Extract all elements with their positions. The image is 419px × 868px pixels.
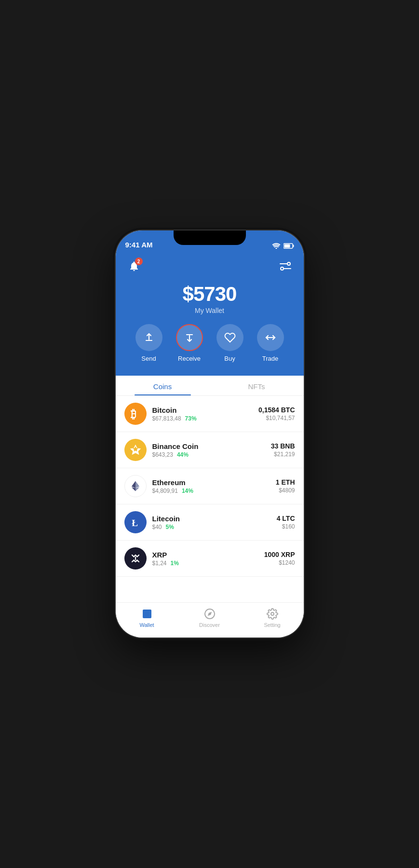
bnb-name: Binance Coin [152, 442, 271, 450]
discover-nav-label: Discover [199, 622, 220, 628]
buy-label: Buy [224, 355, 235, 362]
ltc-value: $160 [277, 523, 295, 530]
send-label: Send [141, 355, 156, 362]
trade-icon [265, 332, 276, 343]
btc-balance: 0,1584 BTC $10,741,57 [258, 406, 295, 421]
wifi-icon [272, 243, 281, 249]
trade-circle [257, 324, 284, 351]
bnb-change: 44% [177, 451, 189, 458]
buy-circle [216, 324, 243, 351]
svg-rect-2 [284, 244, 290, 247]
xrp-price: $1,24 [152, 560, 167, 567]
svg-marker-19 [207, 612, 211, 616]
bnb-value: $21,219 [271, 451, 295, 458]
send-circle [135, 324, 162, 351]
receive-action[interactable]: Receive [176, 324, 203, 362]
notification-button[interactable]: 2 [125, 258, 143, 275]
filter-icon [279, 261, 292, 271]
svg-point-6 [281, 267, 284, 270]
btc-change: 73% [185, 415, 197, 422]
svg-marker-14 [135, 487, 139, 491]
ltc-price: $40 [152, 524, 162, 530]
svg-text:₿: ₿ [130, 408, 136, 420]
svg-point-20 [271, 612, 274, 615]
coin-item-btc[interactable]: ₿ Bitcoin $67,813,48 73% 0,1584 BTC $10,… [116, 396, 304, 432]
coin-item-xrp[interactable]: XRP $1,24 1% 1000 XRP $1240 [116, 541, 304, 577]
status-icons [272, 243, 294, 249]
bnb-price-row: $643,23 44% [152, 451, 271, 458]
eth-info: Ethereum $4,809,91 14% [152, 478, 276, 494]
tab-coins[interactable]: Coins [116, 376, 210, 395]
setting-nav-icon [266, 608, 279, 620]
notification-badge: 2 [135, 258, 143, 265]
xrp-info: XRP $1,24 1% [152, 551, 264, 567]
xrp-name: XRP [152, 551, 264, 559]
eth-price: $4,809,91 [152, 488, 178, 494]
xrp-price-row: $1,24 1% [152, 560, 264, 567]
eth-logo [124, 475, 147, 497]
notch [174, 231, 246, 245]
bnb-info: Binance Coin $643,23 44% [152, 442, 271, 458]
btc-price: $67,813,48 [152, 415, 181, 422]
buy-action[interactable]: Buy [216, 324, 243, 362]
svg-rect-1 [293, 244, 294, 247]
xrp-balance: 1000 XRP $1240 [264, 551, 295, 566]
nav-wallet[interactable]: Wallet [116, 608, 178, 628]
setting-nav-label: Setting [264, 622, 280, 628]
btc-value: $10,741,57 [258, 415, 295, 421]
bnb-balance: 33 BNB $21,219 [271, 442, 295, 458]
wallet-header: 2 $5730 My Wallet [116, 252, 304, 376]
btc-info: Bitcoin $67,813,48 73% [152, 406, 259, 422]
xrp-value: $1240 [264, 559, 295, 566]
receive-icon [184, 332, 195, 343]
nav-discover[interactable]: Discover [178, 608, 241, 628]
tab-nfts[interactable]: NFTs [210, 376, 304, 395]
tabs-container: Coins NFTs [116, 376, 304, 396]
eth-name: Ethereum [152, 478, 276, 487]
phone-frame: 9:41 AM [116, 231, 304, 637]
btc-name: Bitcoin [152, 406, 259, 414]
eth-value: $4809 [276, 487, 295, 494]
buy-icon [224, 332, 236, 343]
coin-item-bnb[interactable]: Binance Coin $643,23 44% 33 BNB $21,219 [116, 432, 304, 468]
status-time: 9:41 AM [125, 241, 153, 249]
eth-price-row: $4,809,91 14% [152, 488, 276, 494]
eth-amount: 1 ETH [276, 478, 295, 486]
svg-text:Ł: Ł [132, 518, 138, 528]
ltc-name: Litecoin [152, 515, 277, 523]
xrp-change: 1% [171, 560, 179, 567]
phone-screen: 9:41 AM [116, 231, 304, 637]
eth-change: 14% [182, 488, 193, 494]
nav-setting[interactable]: Setting [241, 608, 304, 628]
ltc-change: 5% [166, 524, 174, 530]
filter-button[interactable] [277, 258, 294, 275]
xrp-amount: 1000 XRP [264, 551, 295, 558]
ltc-logo: Ł [124, 511, 147, 533]
ltc-amount: 4 LTC [277, 515, 295, 522]
trade-action[interactable]: Trade [257, 324, 284, 362]
trade-label: Trade [262, 355, 278, 362]
bnb-amount: 33 BNB [271, 442, 295, 450]
btc-amount: 0,1584 BTC [258, 406, 295, 414]
btc-logo: ₿ [124, 403, 147, 425]
battery-icon [284, 243, 294, 249]
send-action[interactable]: Send [135, 324, 162, 362]
ltc-price-row: $40 5% [152, 524, 277, 530]
coin-list: ₿ Bitcoin $67,813,48 73% 0,1584 BTC $10,… [116, 396, 304, 602]
discover-nav-icon [203, 608, 216, 620]
receive-label: Receive [178, 355, 201, 362]
svg-marker-13 [131, 481, 135, 488]
bottom-nav: Wallet Discover [116, 602, 304, 637]
ltc-balance: 4 LTC $160 [277, 515, 295, 530]
coin-item-ltc[interactable]: Ł Litecoin $40 5% 4 LTC $160 [116, 504, 304, 541]
wallet-nav-label: Wallet [139, 622, 154, 628]
action-buttons: Send Receive [135, 324, 284, 362]
balance-amount: $5730 [183, 283, 237, 306]
svg-marker-15 [131, 487, 135, 491]
coin-item-eth[interactable]: Ethereum $4,809,91 14% 1 ETH $4809 [116, 468, 304, 504]
bnb-price: $643,23 [152, 451, 173, 458]
ltc-info: Litecoin $40 5% [152, 515, 277, 530]
balance-label: My Wallet [195, 307, 224, 314]
svg-point-4 [287, 262, 290, 265]
receive-circle [176, 324, 203, 351]
